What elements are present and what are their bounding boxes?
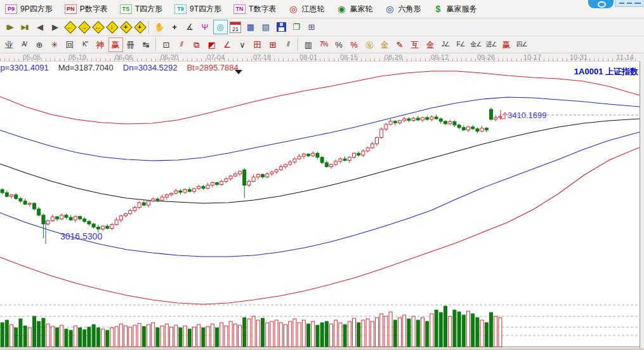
save-icon-glyph [277, 22, 286, 32]
fit-all-icon[interactable]: + [133, 20, 147, 34]
menu-winner-service-label: 赢家服务 [446, 4, 476, 15]
draw-a-line-icon[interactable]: A/ [17, 37, 32, 52]
hand-tool-icon[interactable]: ✋ [152, 20, 167, 34]
menu-gann-wheel[interactable]: ◎江恩轮 [288, 4, 324, 15]
draw-hu-lines-icon[interactable]: 互 [408, 37, 423, 52]
menu-gann-wheel-label: 江恩轮 [301, 4, 324, 15]
save-icon[interactable] [274, 20, 289, 34]
draw-pct-icon[interactable]: % [332, 37, 346, 52]
draw-hist-icon[interactable]: ▥ [301, 37, 316, 52]
nav-start-icon[interactable]: ▮▶ [3, 20, 17, 34]
calculator-icon[interactable]: ▦ [244, 20, 258, 34]
menu-t-digit-table-label: T数字表 [249, 4, 276, 15]
menu-9t-square[interactable]: T99T四方形 [174, 4, 221, 15]
angle-measure-icon[interactable]: ∡ [183, 20, 197, 34]
date-tick: 05-05 [19, 53, 44, 61]
menu-9p-square-label: 9P四方形 [20, 4, 53, 15]
expand-all-icon-arrow: + [124, 24, 128, 30]
toolbar-separator [155, 38, 157, 51]
target-price-text: 3410.1699 [508, 111, 546, 120]
draw-grid-red-icon[interactable]: 田 [251, 37, 265, 52]
draw-gann-box-icon[interactable]: ⧉ [190, 37, 204, 52]
calendar-icon[interactable]: 21 [228, 20, 243, 34]
date-tick: 05-19 [65, 53, 90, 61]
expand-v-icon[interactable]: ↕ [105, 20, 119, 34]
draw-kline-icon[interactable]: K" [78, 37, 93, 52]
export-icon[interactable]: ❐ [289, 20, 304, 34]
draw-7pct-icon[interactable]: 7% [317, 37, 331, 52]
draw-gold-angle-icon[interactable]: 金∠ [469, 37, 483, 52]
crosshair-tool-icon[interactable]: + [168, 20, 182, 34]
menu-t-square[interactable]: TST四方形 [120, 4, 162, 15]
wave-tool-icon[interactable]: ◎ [213, 20, 228, 34]
nav-end-icon[interactable]: ▶▮ [18, 20, 32, 34]
draw-pct-line-icon[interactable]: % [347, 37, 362, 52]
draw-zigzag-icon[interactable]: ∨ [235, 37, 250, 52]
date-tick: 10-17 [520, 53, 545, 61]
date-tick: 09-12 [427, 53, 452, 61]
draw-j-angle-icon[interactable]: J∠ [438, 37, 453, 52]
draw-gold-line-icon[interactable]: 金 [378, 37, 392, 52]
menu-p-digit-table[interactable]: PNP数字表 [65, 4, 108, 15]
date-axis: 05-0505-1906-0606-2007-0407-1808-0108-15… [0, 53, 644, 62]
menu-hexagon[interactable]: ◎六角形 [384, 4, 421, 15]
draw-si-angle-icon[interactable]: 四∠ [515, 37, 529, 52]
draw-hspan-icon[interactable]: ↹ [139, 37, 154, 52]
expand-h-icon-arrow: ↔ [95, 24, 101, 30]
shift-right-icon[interactable]: → [77, 20, 91, 34]
expand-all-icon[interactable]: + [119, 20, 133, 34]
draw-jin-angle-icon[interactable]: 进∠ [484, 37, 499, 52]
price-chart[interactable]: Up=3301.4091Md=3187.7040Dn=3034.5292Bt=2… [0, 62, 640, 348]
draw-circle-cross-icon[interactable]: ⊕ [32, 37, 47, 52]
floating-widget-label [615, 0, 644, 7]
draw-grid-ruler-icon[interactable]: 冊 [124, 37, 138, 52]
draw-ying-icon[interactable]: 赢 [108, 37, 123, 52]
date-tick: 08-01 [296, 53, 321, 61]
shift-right-icon-arrow: → [81, 24, 87, 30]
draw-gold-red-icon[interactable]: 金 [423, 37, 438, 52]
nav-prev-icon[interactable]: ◀ [33, 20, 48, 34]
draw-shen-icon[interactable]: 神 [93, 37, 108, 52]
date-tick: 10-31 [566, 53, 591, 61]
floating-widget-button[interactable] [588, 0, 614, 8]
draw-ying-box-icon[interactable]: 赢 [499, 37, 514, 52]
draw-box-tool-icon[interactable]: ⊡ [159, 37, 174, 52]
drawing-toolbar: 业A/⊕✳回K"神赢冊↹⊡//⧉◩∠∨田⊞//▥7%%%㊎金✎互金J∠F∠金∠进… [0, 36, 644, 53]
gann-shape-icon[interactable]: Ψ [198, 20, 213, 34]
draw-square-spiral-icon[interactable]: 回 [63, 37, 77, 52]
main-toolbar: ▮▶▶▮◀▶←→↔↕++✋+∡Ψ◎21▦▤❐⊞ [0, 18, 644, 36]
band-middle-black [0, 119, 640, 203]
floating-widget-icon [598, 1, 606, 8]
menu-p-digit-table-label: P数字表 [80, 4, 108, 15]
draw-star-icon[interactable]: ✳ [48, 37, 62, 52]
nav-next-icon[interactable]: ▶ [48, 20, 63, 34]
notes-icon[interactable]: ▤ [259, 20, 273, 34]
date-tick: 08-15 [336, 53, 362, 61]
draw-pen-icon[interactable]: ✎ [393, 37, 407, 52]
draw-grid2-icon[interactable]: ⊞ [266, 37, 280, 52]
expand-v-icon-arrow: ↕ [110, 24, 114, 30]
band-inner-upper-blue [0, 97, 640, 161]
menu-winner-service[interactable]: $赢家服务 [433, 4, 476, 15]
draw-fan-lines-icon[interactable]: // [174, 37, 189, 52]
draw-f-angle-icon[interactable]: F∠ [454, 37, 468, 52]
candles-layer [1, 107, 502, 238]
date-tick: 09-26 [473, 53, 499, 61]
draw-gold-circle-icon[interactable]: ㊎ [362, 37, 377, 52]
menu-t-digit-table[interactable]: TNT数字表 [233, 4, 276, 15]
chart-canvas: 3410.16993016.5300 [0, 62, 640, 348]
menu-winner-wheel-icon: ◉ [336, 4, 346, 14]
menu-t-digit-table-icon: TN [233, 4, 246, 14]
print-icon[interactable]: ⊞ [305, 20, 319, 34]
date-tick: 08-29 [381, 53, 406, 61]
expand-h-icon[interactable]: ↔ [91, 20, 105, 34]
menu-p-digit-table-icon: PN [65, 4, 77, 14]
menu-winner-wheel[interactable]: ◉赢家轮 [336, 4, 372, 15]
draw-gann-square-icon[interactable]: ◩ [205, 37, 220, 52]
draw-parallel-icon[interactable]: // [281, 37, 296, 52]
date-tick: 06-06 [111, 53, 136, 61]
draw-bars-icon[interactable]: 业 [2, 37, 16, 52]
draw-angle-lines-icon[interactable]: ∠ [220, 37, 235, 52]
shift-left-icon[interactable]: ← [63, 20, 77, 34]
menu-9p-square[interactable]: P99P四方形 [5, 4, 53, 15]
